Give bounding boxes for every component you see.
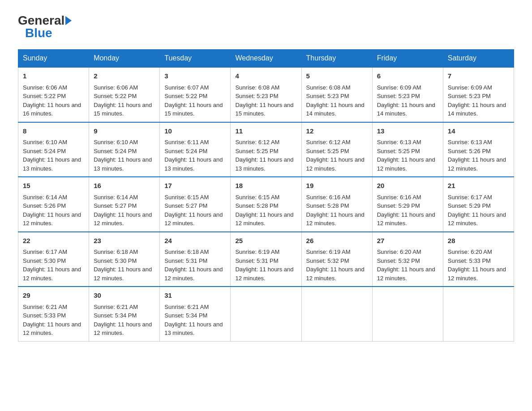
day-info: Sunrise: 6:13 AMSunset: 5:25 PMDaylight:…: [377, 139, 435, 172]
day-number: 28: [448, 236, 509, 246]
calendar-week-4: 22 Sunrise: 6:17 AMSunset: 5:30 PMDaylig…: [18, 232, 514, 287]
logo-blue-text: Blue: [25, 26, 52, 40]
calendar-cell: 19 Sunrise: 6:16 AMSunset: 5:28 PMDaylig…: [301, 177, 372, 232]
day-info: Sunrise: 6:08 AMSunset: 5:23 PMDaylight:…: [235, 84, 293, 117]
day-info: Sunrise: 6:10 AMSunset: 5:24 PMDaylight:…: [23, 139, 81, 172]
day-info: Sunrise: 6:09 AMSunset: 5:23 PMDaylight:…: [448, 84, 506, 117]
day-number: 27: [377, 236, 438, 246]
calendar-cell: 11 Sunrise: 6:12 AMSunset: 5:25 PMDaylig…: [231, 122, 301, 177]
calendar-cell: [301, 287, 372, 341]
day-number: 10: [164, 126, 226, 137]
day-info: Sunrise: 6:14 AMSunset: 5:27 PMDaylight:…: [94, 194, 152, 227]
calendar-cell: [443, 287, 514, 341]
day-number: 21: [448, 181, 509, 191]
calendar-cell: 6 Sunrise: 6:09 AMSunset: 5:23 PMDayligh…: [372, 67, 443, 122]
day-info: Sunrise: 6:17 AMSunset: 5:29 PMDaylight:…: [448, 194, 506, 227]
day-number: 13: [377, 126, 438, 137]
day-info: Sunrise: 6:11 AMSunset: 5:24 PMDaylight:…: [164, 139, 223, 172]
calendar-cell: 12 Sunrise: 6:12 AMSunset: 5:25 PMDaylig…: [301, 122, 372, 177]
calendar-cell: 3 Sunrise: 6:07 AMSunset: 5:22 PMDayligh…: [160, 67, 231, 122]
calendar-cell: 18 Sunrise: 6:15 AMSunset: 5:28 PMDaylig…: [231, 177, 301, 232]
column-header-wednesday: Wednesday: [231, 50, 301, 68]
day-number: 30: [94, 291, 155, 301]
calendar-week-5: 29 Sunrise: 6:21 AMSunset: 5:33 PMDaylig…: [18, 287, 514, 341]
calendar-cell: 26 Sunrise: 6:19 AMSunset: 5:32 PMDaylig…: [301, 232, 372, 287]
day-info: Sunrise: 6:20 AMSunset: 5:32 PMDaylight:…: [377, 248, 435, 282]
day-info: Sunrise: 6:15 AMSunset: 5:28 PMDaylight:…: [235, 194, 293, 227]
calendar-cell: 9 Sunrise: 6:10 AMSunset: 5:24 PMDayligh…: [89, 122, 160, 177]
column-header-thursday: Thursday: [301, 50, 372, 68]
calendar-cell: 21 Sunrise: 6:17 AMSunset: 5:29 PMDaylig…: [443, 177, 514, 232]
day-info: Sunrise: 6:18 AMSunset: 5:31 PMDaylight:…: [164, 248, 223, 282]
day-info: Sunrise: 6:14 AMSunset: 5:26 PMDaylight:…: [23, 194, 81, 227]
day-info: Sunrise: 6:08 AMSunset: 5:23 PMDaylight:…: [306, 84, 365, 117]
calendar-cell: [372, 287, 443, 341]
day-info: Sunrise: 6:07 AMSunset: 5:22 PMDaylight:…: [164, 84, 223, 117]
day-number: 25: [235, 236, 296, 246]
calendar-cell: 27 Sunrise: 6:20 AMSunset: 5:32 PMDaylig…: [372, 232, 443, 287]
calendar-cell: 25 Sunrise: 6:19 AMSunset: 5:31 PMDaylig…: [231, 232, 301, 287]
column-header-monday: Monday: [89, 50, 160, 68]
calendar-week-2: 8 Sunrise: 6:10 AMSunset: 5:24 PMDayligh…: [18, 122, 514, 177]
day-number: 15: [23, 181, 84, 191]
day-info: Sunrise: 6:12 AMSunset: 5:25 PMDaylight:…: [235, 139, 293, 172]
day-number: 23: [94, 236, 155, 246]
day-number: 2: [94, 71, 155, 81]
day-info: Sunrise: 6:09 AMSunset: 5:23 PMDaylight:…: [377, 84, 435, 117]
calendar-week-3: 15 Sunrise: 6:14 AMSunset: 5:26 PMDaylig…: [18, 177, 514, 232]
column-header-tuesday: Tuesday: [160, 50, 231, 68]
day-number: 14: [448, 126, 509, 137]
column-header-saturday: Saturday: [443, 50, 514, 68]
day-info: Sunrise: 6:21 AMSunset: 5:34 PMDaylight:…: [94, 304, 152, 337]
day-info: Sunrise: 6:16 AMSunset: 5:28 PMDaylight:…: [306, 194, 365, 227]
day-number: 22: [23, 236, 84, 246]
day-number: 19: [306, 181, 368, 191]
calendar-cell: 14 Sunrise: 6:13 AMSunset: 5:26 PMDaylig…: [443, 122, 514, 177]
column-header-friday: Friday: [372, 50, 443, 68]
day-info: Sunrise: 6:18 AMSunset: 5:30 PMDaylight:…: [94, 248, 152, 282]
day-number: 5: [306, 71, 368, 81]
calendar-cell: 23 Sunrise: 6:18 AMSunset: 5:30 PMDaylig…: [89, 232, 160, 287]
calendar-cell: 28 Sunrise: 6:20 AMSunset: 5:33 PMDaylig…: [443, 232, 514, 287]
day-number: 31: [164, 291, 226, 301]
day-number: 18: [235, 181, 296, 191]
day-number: 3: [164, 71, 226, 81]
day-info: Sunrise: 6:21 AMSunset: 5:33 PMDaylight:…: [23, 304, 81, 337]
calendar-cell: 30 Sunrise: 6:21 AMSunset: 5:34 PMDaylig…: [89, 287, 160, 341]
day-info: Sunrise: 6:10 AMSunset: 5:24 PMDaylight:…: [94, 139, 152, 172]
calendar-table: SundayMondayTuesdayWednesdayThursdayFrid…: [18, 49, 514, 342]
column-header-sunday: Sunday: [18, 50, 89, 68]
day-info: Sunrise: 6:06 AMSunset: 5:22 PMDaylight:…: [94, 84, 152, 117]
calendar-cell: 15 Sunrise: 6:14 AMSunset: 5:26 PMDaylig…: [18, 177, 89, 232]
calendar-cell: 24 Sunrise: 6:18 AMSunset: 5:31 PMDaylig…: [160, 232, 231, 287]
day-number: 11: [235, 126, 296, 137]
calendar-cell: 20 Sunrise: 6:16 AMSunset: 5:29 PMDaylig…: [372, 177, 443, 232]
day-info: Sunrise: 6:06 AMSunset: 5:22 PMDaylight:…: [23, 84, 81, 117]
day-number: 1: [23, 71, 84, 81]
page-header: General Blue: [18, 13, 514, 40]
day-info: Sunrise: 6:17 AMSunset: 5:30 PMDaylight:…: [23, 248, 81, 282]
day-info: Sunrise: 6:21 AMSunset: 5:34 PMDaylight:…: [164, 304, 223, 337]
day-number: 8: [23, 126, 84, 137]
calendar-cell: 13 Sunrise: 6:13 AMSunset: 5:25 PMDaylig…: [372, 122, 443, 177]
day-info: Sunrise: 6:19 AMSunset: 5:31 PMDaylight:…: [235, 248, 293, 282]
calendar-cell: [231, 287, 301, 341]
day-info: Sunrise: 6:19 AMSunset: 5:32 PMDaylight:…: [306, 248, 365, 282]
day-info: Sunrise: 6:16 AMSunset: 5:29 PMDaylight:…: [377, 194, 435, 227]
calendar-cell: 31 Sunrise: 6:21 AMSunset: 5:34 PMDaylig…: [160, 287, 231, 341]
day-number: 24: [164, 236, 226, 246]
calendar-week-1: 1 Sunrise: 6:06 AMSunset: 5:22 PMDayligh…: [18, 67, 514, 122]
calendar-cell: 17 Sunrise: 6:15 AMSunset: 5:27 PMDaylig…: [160, 177, 231, 232]
calendar-cell: 16 Sunrise: 6:14 AMSunset: 5:27 PMDaylig…: [89, 177, 160, 232]
day-number: 6: [377, 71, 438, 81]
day-number: 12: [306, 126, 368, 137]
day-number: 4: [235, 71, 296, 81]
calendar-cell: 7 Sunrise: 6:09 AMSunset: 5:23 PMDayligh…: [443, 67, 514, 122]
day-number: 20: [377, 181, 438, 191]
logo-arrow-icon: [65, 16, 72, 25]
calendar-cell: 5 Sunrise: 6:08 AMSunset: 5:23 PMDayligh…: [301, 67, 372, 122]
calendar-cell: 4 Sunrise: 6:08 AMSunset: 5:23 PMDayligh…: [231, 67, 301, 122]
day-number: 9: [94, 126, 155, 137]
calendar-cell: 1 Sunrise: 6:06 AMSunset: 5:22 PMDayligh…: [18, 67, 89, 122]
day-number: 16: [94, 181, 155, 191]
